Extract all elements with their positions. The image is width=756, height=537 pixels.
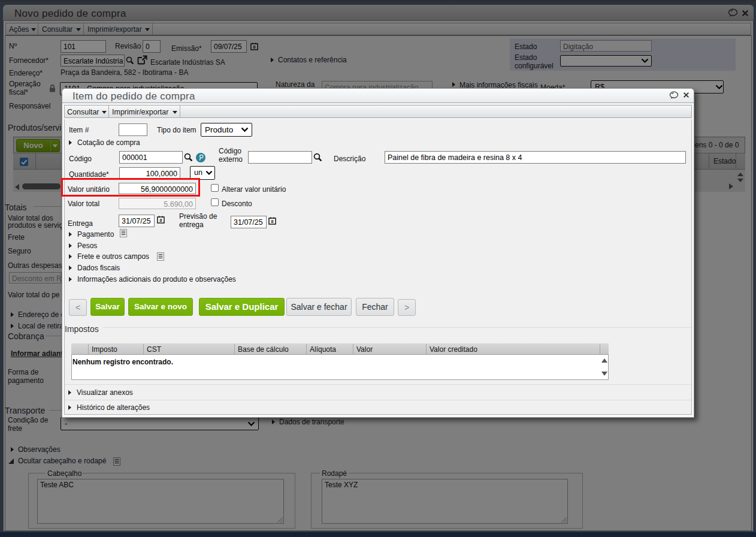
svg-text:8: 8 <box>271 219 274 224</box>
svg-text:8: 8 <box>159 218 162 223</box>
